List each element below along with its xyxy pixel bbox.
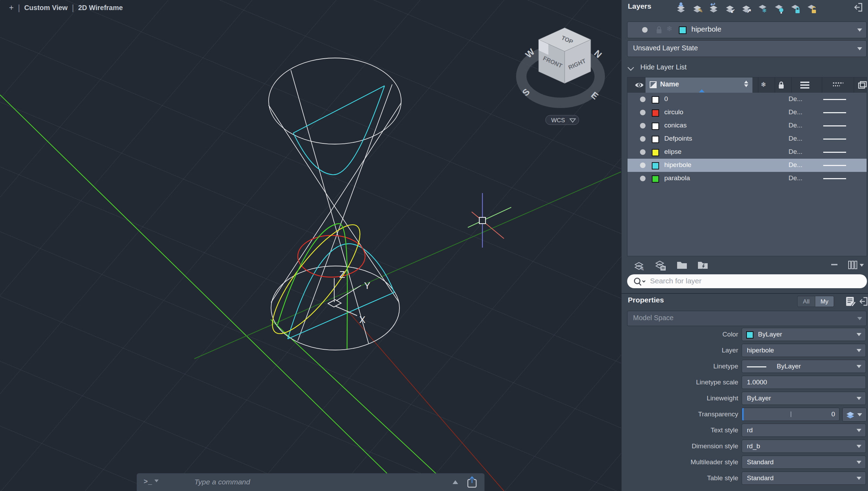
lock-column-icon[interactable] [777,81,785,91]
layer-linetype-sample[interactable] [823,165,846,166]
layer-color-swatch[interactable] [652,136,659,143]
layer-color-swatch[interactable] [652,175,659,183]
hyperbola-branch-top[interactable] [293,86,385,175]
layer-on-icon[interactable] [640,163,646,168]
layer-row[interactable]: circulo De... [627,106,867,119]
current-layer-dropdown[interactable]: ❄ hiperbole [627,22,867,38]
table-style-dropdown[interactable]: Standard [742,472,866,485]
layer-lineweight[interactable]: De... [789,122,802,129]
layer-row[interactable]: Defpoints De... [627,132,867,145]
visibility-column-icon[interactable] [634,81,644,91]
layer-lock-icon[interactable] [655,25,663,36]
filter-my-button[interactable]: My [815,296,834,307]
chevron-down-icon[interactable] [857,477,861,480]
layer-lineweight[interactable]: De... [789,95,802,103]
layer-linetype-sample[interactable] [823,152,846,153]
layer-linetype-sample[interactable] [823,99,846,100]
filter-all-button[interactable]: All [797,296,815,307]
cone-top-ellipse[interactable] [269,58,401,144]
edit-property-list-icon[interactable] [845,296,856,308]
layer-row[interactable]: elipse De... [627,145,867,159]
linetype-scale-input[interactable]: 1.0000 [742,376,866,389]
layer-lineweight[interactable]: De... [789,135,802,142]
text-style-dropdown[interactable]: rd [742,424,866,437]
color-dropdown[interactable]: ByLayer [742,328,866,341]
transparency-bylayer-dropdown[interactable] [842,408,867,422]
command-bar[interactable]: >_ Type a command [137,473,484,491]
layer-dropdown[interactable]: hiperbole [742,344,866,357]
unlock-layer-icon[interactable] [808,5,816,13]
linetype-dropdown[interactable]: ByLayer [742,360,866,373]
sort-icon[interactable] [744,81,748,87]
freeze-column-icon[interactable]: ❄ [761,81,766,89]
chevron-down-icon[interactable] [627,64,634,70]
lineweight-dropdown[interactable]: ByLayer [742,392,866,405]
hyperbola-section[interactable] [288,86,394,339]
transparency-input[interactable]: 0 [742,408,840,421]
viewcube[interactable]: W N S E TOP FRONT RIGHT WCS [520,28,604,125]
layer-on-icon[interactable] [640,123,646,128]
layer-linetype-sample[interactable] [823,139,846,140]
layer-color-swatch[interactable] [652,96,659,103]
layers-panel-collapse-icon[interactable] [854,2,864,14]
chevron-down-icon[interactable] [857,333,861,336]
chevron-down-icon[interactable] [857,445,861,448]
chevron-down-icon[interactable] [857,413,862,416]
layer-color-swatch[interactable] [652,123,659,130]
current-layer-swatch[interactable] [679,26,686,34]
layer-on-icon[interactable] [640,176,646,181]
dimension-style-dropdown[interactable]: rd_b [742,440,866,453]
layer-on-icon[interactable] [640,149,646,155]
construction-line-green-short[interactable] [271,319,455,491]
layer-on-icon[interactable] [640,97,646,102]
layer-color-swatch[interactable] [652,109,659,117]
layer-row[interactable]: 0 De... [627,93,867,106]
layer-on-icon[interactable] [640,136,646,142]
new-layer-icon[interactable]: ✎ [634,260,644,273]
layer-list-header[interactable]: Name ❄ [627,77,867,93]
layer-state-dropdown[interactable]: Unsaved Layer State [627,40,867,57]
layer-lineweight[interactable]: De... [789,174,802,182]
layer-color-swatch[interactable] [652,149,659,156]
layer-row[interactable]: conicas De... [627,119,867,132]
circle-section[interactable] [298,235,365,277]
space-dropdown[interactable]: Model Space [627,311,867,326]
chevron-down-icon[interactable] [857,429,861,432]
layer-lineweight[interactable]: De... [789,108,802,116]
lineweight-column-icon[interactable] [800,82,809,89]
chevron-down-icon[interactable] [857,28,862,32]
linetype-column-icon[interactable] [833,82,843,90]
chevron-down-icon[interactable] [857,47,862,50]
layer-list[interactable]: Name ❄ [627,77,867,256]
freeze-layer-icon[interactable]: ❄ [759,5,767,14]
layer-property-group-icon[interactable] [697,260,708,272]
layer-on-icon[interactable] [640,110,646,115]
hyperbola-chord-bottom[interactable] [288,292,394,339]
edit-layer-icon[interactable]: ✎ [693,6,703,14]
layer-search-input[interactable]: Search for layer [627,274,867,288]
construction-xline-dark-green[interactable] [194,172,621,359]
remove-icon[interactable] [831,264,837,265]
layer-linetype-sample[interactable] [823,125,846,126]
drawing-canvas[interactable]: + | Custom View | 2D Wireframe [0,0,621,491]
layer-states-icon[interactable] [655,260,667,273]
plot-column-icon[interactable] [858,81,867,91]
chevron-down-icon[interactable] [857,317,862,320]
cone-silhouette-left[interactable] [269,105,334,302]
chevron-down-icon[interactable] [857,461,861,464]
layer-lineweight[interactable]: De... [789,148,802,156]
chevron-down-icon[interactable] [857,397,861,400]
chevron-down-icon[interactable] [857,349,861,352]
layer-color-swatch[interactable] [652,162,659,169]
lock-layer-icon[interactable] [791,5,800,13]
layer-freeze-icon[interactable]: ❄ [666,25,673,33]
command-input[interactable]: Type a command [194,478,250,486]
columns-icon[interactable] [848,260,865,272]
turn-layer-off-icon[interactable] [775,5,783,14]
make-object-layer-current-icon[interactable] [677,2,685,13]
layer-previous-icon[interactable]: ↩ [710,1,717,13]
command-history-expand-icon[interactable] [453,480,458,484]
hyperbola-chord-top[interactable] [293,86,385,133]
share-icon[interactable] [466,476,478,490]
chevron-down-icon[interactable] [857,365,861,368]
